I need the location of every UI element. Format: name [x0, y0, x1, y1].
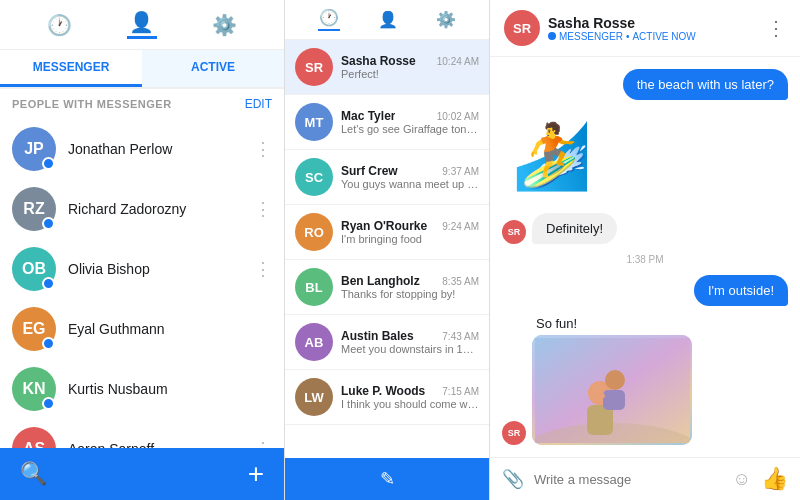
- conv-avatar: LW: [295, 378, 333, 416]
- mid-clock-icon[interactable]: 🕐: [318, 8, 340, 31]
- status-separator: •: [626, 31, 630, 42]
- conversation-item[interactable]: BL Ben Langholz 8:35 AM Thanks for stopp…: [285, 260, 489, 315]
- mid-settings-icon[interactable]: ⚙️: [436, 10, 456, 29]
- avatar: AS: [12, 427, 56, 448]
- like-icon[interactable]: 👍: [761, 466, 788, 492]
- svg-point-4: [605, 370, 625, 390]
- conv-info: Ryan O'Rourke 9:24 AM I'm bringing food: [341, 219, 479, 245]
- sender-avatar: SR: [502, 421, 526, 445]
- conv-preview: Let's go see Giraffage tonight!: [341, 123, 479, 135]
- right-input-bar: 📎 ☺ 👍: [490, 457, 800, 500]
- conv-name: Sasha Rosse: [341, 54, 416, 68]
- profile-icon[interactable]: 👤: [127, 10, 157, 39]
- right-user-info: Sasha Rosse MESSENGER • ACTIVE NOW: [548, 15, 696, 42]
- list-item[interactable]: EG Eyal Guthmann: [0, 299, 284, 359]
- conv-time: 9:37 AM: [442, 166, 479, 177]
- svg-rect-5: [603, 390, 625, 410]
- conversation-item[interactable]: MT Mac Tyler 10:02 AM Let's go see Giraf…: [285, 95, 489, 150]
- sticker-message: 🏄: [502, 110, 602, 203]
- conversation-item[interactable]: AB Austin Bales 7:43 AM Meet you downsta…: [285, 315, 489, 370]
- conv-preview: You guys wanna meet up tom...: [341, 178, 479, 190]
- contact-name: Jonathan Perlow: [68, 141, 246, 157]
- online-badge: [42, 337, 55, 350]
- contact-list: JP Jonathan Perlow ⋮ RZ Richard Zadorozn…: [0, 119, 284, 448]
- list-item[interactable]: KN Kurtis Nusbaum: [0, 359, 284, 419]
- right-contact-name: Sasha Rosse: [548, 15, 696, 31]
- conv-name: Ben Langholz: [341, 274, 420, 288]
- online-badge: [42, 217, 55, 230]
- avatar-wrap: OB: [12, 247, 56, 291]
- list-item[interactable]: OB Olivia Bishop ⋮: [0, 239, 284, 299]
- conv-info: Ben Langholz 8:35 AM Thanks for stopping…: [341, 274, 479, 300]
- mid-bottom-bar: ✎: [285, 458, 489, 500]
- tab-messenger[interactable]: MESSENGER: [0, 50, 142, 87]
- conversation-item[interactable]: RO Ryan O'Rourke 9:24 AM I'm bringing fo…: [285, 205, 489, 260]
- incoming-message-wrap: SR Definitely!: [502, 213, 617, 244]
- online-badge: [42, 397, 55, 410]
- more-icon[interactable]: ⋮: [246, 138, 272, 160]
- conversation-item[interactable]: SR Sasha Rosse 10:24 AM Perfect!: [285, 40, 489, 95]
- conv-preview: Perfect!: [341, 68, 479, 80]
- compose-button[interactable]: ✎: [380, 468, 395, 490]
- online-badge: [42, 157, 55, 170]
- list-item[interactable]: AS Aaron Sarnoff ⋮: [0, 419, 284, 448]
- list-item[interactable]: RZ Richard Zadorozny ⋮: [0, 179, 284, 239]
- contact-name: Olivia Bishop: [68, 261, 246, 277]
- conv-preview: I'm bringing food: [341, 233, 479, 245]
- conv-info: Luke P. Woods 7:15 AM I think you should…: [341, 384, 479, 410]
- edit-button[interactable]: EDIT: [245, 97, 272, 111]
- conv-avatar: MT: [295, 103, 333, 141]
- conv-info: Mac Tyler 10:02 AM Let's go see Giraffag…: [341, 109, 479, 135]
- contact-name: Kurtis Nusbaum: [68, 381, 272, 397]
- more-icon[interactable]: ⋮: [246, 438, 272, 448]
- conversation-item[interactable]: LW Luke P. Woods 7:15 AM I think you sho…: [285, 370, 489, 425]
- conv-name: Luke P. Woods: [341, 384, 425, 398]
- message-bubble: the beach with us later?: [623, 69, 788, 100]
- message-bubble: I'm outside!: [694, 275, 788, 306]
- platform-label: MESSENGER: [559, 31, 623, 42]
- contact-name: Aaron Sarnoff: [68, 441, 246, 448]
- more-options-icon[interactable]: ⋮: [766, 16, 786, 40]
- conv-time: 7:15 AM: [442, 386, 479, 397]
- emoji-icon[interactable]: ☺: [733, 469, 751, 490]
- conv-name: Austin Bales: [341, 329, 414, 343]
- middle-panel: 🕐 👤 ⚙️ SR Sasha Rosse 10:24 AM Perfect! …: [285, 0, 490, 500]
- conv-avatar: RO: [295, 213, 333, 251]
- conv-preview: Meet you downstairs in 15 mi...: [341, 343, 479, 355]
- image-message-wrap: SR So fun!: [502, 316, 692, 445]
- avatar-wrap: RZ: [12, 187, 56, 231]
- more-icon[interactable]: ⋮: [246, 198, 272, 220]
- contact-name: Richard Zadorozny: [68, 201, 246, 217]
- online-badge: [42, 277, 55, 290]
- attach-icon[interactable]: 📎: [502, 468, 524, 490]
- right-avatar: SR: [504, 10, 540, 46]
- settings-icon[interactable]: ⚙️: [212, 13, 237, 37]
- avatar-wrap: EG: [12, 307, 56, 351]
- search-icon[interactable]: 🔍: [20, 461, 47, 487]
- conv-avatar: SR: [295, 48, 333, 86]
- conv-avatar: BL: [295, 268, 333, 306]
- image-content: So fun!: [532, 316, 692, 445]
- conv-time: 10:02 AM: [437, 111, 479, 122]
- conv-avatar: SC: [295, 158, 333, 196]
- compose-icon[interactable]: +: [248, 458, 264, 490]
- clock-icon[interactable]: 🕐: [47, 13, 72, 37]
- message-input[interactable]: [534, 468, 723, 491]
- more-icon[interactable]: ⋮: [246, 258, 272, 280]
- sender-avatar: SR: [502, 220, 526, 244]
- time-label: 1:38 PM: [626, 254, 663, 265]
- active-status: ACTIVE NOW: [632, 31, 695, 42]
- conv-info: Austin Bales 7:43 AM Meet you downstairs…: [341, 329, 479, 355]
- image-caption: So fun!: [532, 316, 692, 331]
- conversation-item[interactable]: SC Surf Crew 9:37 AM You guys wanna meet…: [285, 150, 489, 205]
- mid-profile-icon[interactable]: 👤: [378, 10, 398, 29]
- tab-active[interactable]: ACTIVE: [142, 50, 284, 87]
- left-header: 🕐 👤 ⚙️: [0, 0, 284, 50]
- photo-svg: [535, 338, 690, 443]
- right-status: MESSENGER • ACTIVE NOW: [548, 31, 696, 42]
- conv-time: 9:24 AM: [442, 221, 479, 232]
- list-item[interactable]: JP Jonathan Perlow ⋮: [0, 119, 284, 179]
- conv-avatar: AB: [295, 323, 333, 361]
- conversation-list: SR Sasha Rosse 10:24 AM Perfect! MT Mac …: [285, 40, 489, 458]
- chat-area: the beach with us later? 🏄 SR Definitely…: [490, 57, 800, 457]
